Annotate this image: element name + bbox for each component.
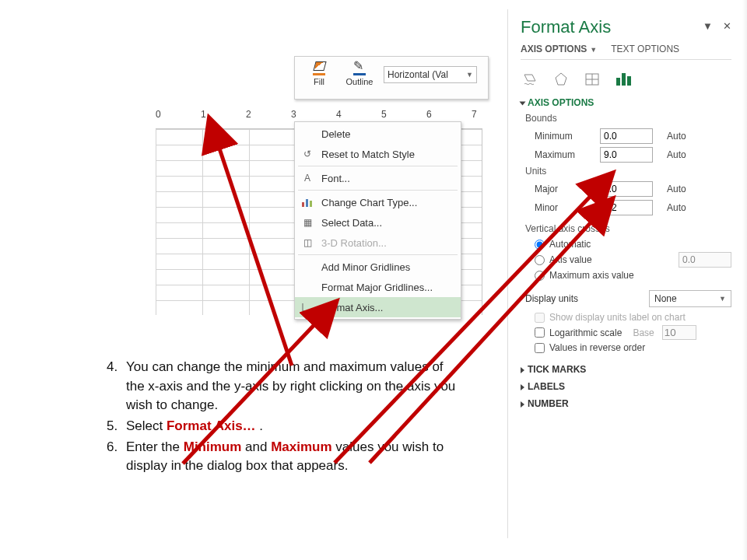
ctx-reset[interactable]: ↺ Reset to Match Style: [295, 144, 461, 164]
fill-line-tab-icon[interactable]: [521, 71, 539, 88]
svg-marker-5: [556, 73, 566, 85]
minimum-input[interactable]: [600, 128, 653, 144]
expand-icon: [521, 401, 524, 408]
axis-options-tab-icon[interactable]: [614, 71, 633, 88]
section-number[interactable]: NUMBER: [521, 398, 731, 409]
major-auto-button[interactable]: Auto: [667, 184, 686, 194]
ctx-change-chart-type[interactable]: Change Chart Type...: [295, 192, 461, 212]
instruction-5: Select Format Axis… .: [121, 417, 464, 436]
bar-chart-icon: [616, 73, 631, 86]
log-base-input: [662, 325, 696, 340]
outline-label: Outline: [346, 77, 374, 86]
effects-tab-icon[interactable]: [552, 71, 570, 88]
section-tick-marks[interactable]: TICK MARKS: [521, 364, 731, 375]
blank-icon: [300, 280, 315, 294]
major-input[interactable]: [600, 181, 653, 197]
format-axis-pane: ▼ ✕ Format Axis AXIS OPTIONS▼ TEXT OPTIO…: [507, 9, 742, 538]
tick-label: 5: [381, 109, 387, 120]
pane-icon-tabs: [521, 71, 731, 88]
ctx-3d-rotation: ◫ 3-D Rotation...: [295, 233, 461, 253]
instruction-4: You can change the minimum and maximum v…: [121, 358, 464, 415]
major-label: Major: [535, 184, 600, 194]
context-menu: Delete ↺ Reset to Match Style A Font... …: [294, 121, 461, 320]
minimum-auto-button[interactable]: Auto: [667, 131, 686, 142]
ctx-delete[interactable]: Delete: [295, 124, 461, 144]
units-major-row: Major Auto: [535, 181, 731, 197]
tab-axis-options[interactable]: AXIS OPTIONS▼: [521, 44, 597, 54]
paint-bucket-icon: [311, 61, 327, 75]
chevron-down-icon[interactable]: ▼: [703, 20, 714, 32]
tick-label: 1: [201, 109, 206, 120]
display-units-label: Display units: [525, 293, 578, 304]
radio-max-axis-value[interactable]: Maximum axis value: [535, 270, 731, 281]
shape-selector-combo[interactable]: Horizontal (Val ▼: [384, 66, 477, 83]
ctx-select-data[interactable]: ▦ Select Data...: [295, 212, 461, 233]
instruction-text: You can change the minimum and maximum v…: [90, 358, 464, 478]
minor-label: Minor: [535, 202, 600, 213]
tick-label: 7: [472, 109, 477, 120]
expand-icon: [520, 101, 526, 105]
tick-label: 2: [246, 109, 251, 120]
expand-icon: [521, 384, 524, 390]
maximum-auto-button[interactable]: Auto: [667, 149, 686, 160]
minor-auto-button[interactable]: Auto: [667, 202, 686, 213]
outline-button[interactable]: Outline: [340, 60, 379, 86]
units-subhead: Units: [525, 166, 731, 177]
pane-tabs: AXIS OPTIONS▼ TEXT OPTIONS: [521, 44, 731, 54]
units-minor-row: Minor Auto: [535, 200, 731, 215]
reverse-order-checkbox[interactable]: [535, 343, 545, 353]
radio-automatic-input[interactable]: [535, 240, 545, 250]
pane-title: Format Axis: [521, 17, 731, 37]
bounds-minimum-row: Minimum Auto: [535, 128, 731, 144]
svg-rect-1: [306, 199, 308, 207]
separator: [298, 166, 458, 166]
instruction-6: Enter the Minimum and Maximum values you…: [121, 438, 464, 476]
radio-axis-value-input[interactable]: [535, 255, 545, 265]
expand-icon: [521, 367, 524, 373]
grid-icon: ▦: [300, 215, 315, 229]
radio-max-axis-value-input[interactable]: [535, 271, 545, 281]
pane-controls: ▼ ✕: [703, 20, 733, 32]
section-labels[interactable]: LABELS: [521, 381, 731, 392]
show-display-units-checkbox: [535, 313, 545, 323]
ctx-format-major-gridlines[interactable]: Format Major Gridlines...: [295, 277, 461, 297]
minor-input[interactable]: [600, 200, 653, 215]
ctx-font[interactable]: A Font...: [295, 168, 461, 188]
size-properties-tab-icon[interactable]: [583, 71, 601, 88]
blank-icon: [300, 260, 315, 274]
tick-label: 4: [336, 109, 342, 120]
separator: [298, 190, 458, 191]
ctx-add-minor-gridlines[interactable]: Add Minor Gridlines: [295, 257, 461, 277]
tab-text-options[interactable]: TEXT OPTIONS: [611, 44, 679, 54]
minimum-label: Minimum: [535, 131, 600, 142]
display-units-combo[interactable]: None ▼: [649, 290, 731, 307]
bounds-subhead: Bounds: [525, 113, 731, 124]
axis-value-input: [679, 252, 731, 268]
maximum-input[interactable]: [600, 147, 653, 163]
pen-icon: [352, 61, 367, 75]
tick-label: 3: [291, 109, 296, 120]
fill-label: Fill: [314, 77, 324, 86]
shape-selector-value: Horizontal (Val: [388, 69, 448, 80]
cube-icon: ◫: [300, 236, 315, 250]
maximum-label: Maximum: [535, 149, 600, 160]
chevron-down-icon: ▼: [719, 295, 726, 303]
ctx-format-axis[interactable]: Format Axis...: [295, 297, 461, 317]
log-base-label: Base: [633, 327, 654, 338]
section-axis-options[interactable]: AXIS OPTIONS: [521, 97, 731, 108]
radio-automatic[interactable]: Automatic: [535, 239, 731, 250]
log-scale-check[interactable]: Logarithmic scale Base: [535, 325, 731, 340]
show-display-units-check: Show display units label on chart: [535, 312, 731, 323]
close-icon[interactable]: ✕: [723, 20, 733, 32]
log-scale-checkbox[interactable]: [535, 327, 545, 338]
fill-button[interactable]: Fill: [300, 60, 338, 86]
chevron-down-icon: ▼: [466, 71, 473, 79]
chart-icon: [300, 195, 315, 209]
reverse-order-check[interactable]: Values in reverse order: [535, 342, 731, 353]
vertical-cross-subhead: Vertical axis crosses: [525, 223, 731, 234]
separator: [298, 254, 458, 255]
font-icon: A: [300, 171, 315, 185]
mini-toolbar: Fill Outline Horizontal (Val ▼: [294, 56, 489, 100]
bounds-maximum-row: Maximum Auto: [535, 147, 731, 163]
radio-axis-value[interactable]: Axis value: [535, 252, 731, 268]
